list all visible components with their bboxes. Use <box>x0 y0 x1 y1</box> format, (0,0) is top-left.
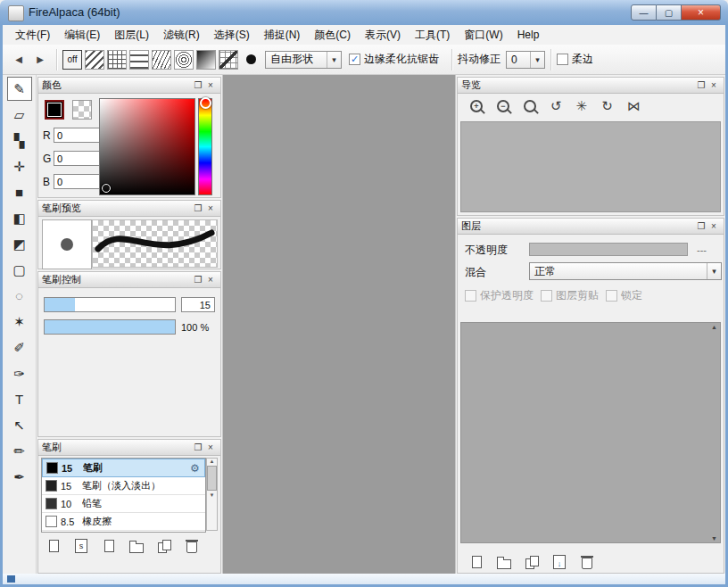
canvas-area[interactable] <box>222 75 456 574</box>
add-brush-button[interactable] <box>44 536 63 556</box>
title-bar[interactable]: FireAlpaca (64bit) — ▢ × <box>0 0 728 26</box>
menu-help[interactable]: Help <box>510 27 547 43</box>
layer-opacity-slider[interactable] <box>529 243 688 256</box>
menu-tool[interactable]: 工具(T) <box>408 26 457 45</box>
menu-filter[interactable]: 滤镜(R) <box>156 26 207 45</box>
soft-edge-checkbox[interactable] <box>557 54 568 65</box>
saturation-value-picker[interactable] <box>99 98 195 195</box>
rotate-right-button[interactable]: ↻ <box>601 98 613 114</box>
scroll-thumb[interactable] <box>207 466 217 491</box>
menu-view[interactable]: 表示(V) <box>358 26 408 45</box>
float-panel-icon[interactable]: ❐ <box>192 203 204 213</box>
close-button[interactable]: × <box>682 4 721 21</box>
gear-icon[interactable]: ⚙ <box>190 462 204 475</box>
brush-list-item[interactable]: 40 水彩 <box>42 531 205 533</box>
delete-layer-button[interactable] <box>577 552 597 572</box>
add-layer-folder-button[interactable] <box>494 552 514 572</box>
menu-layer[interactable]: 图层(L) <box>107 26 156 45</box>
hue-slider[interactable] <box>198 98 212 195</box>
brush-folder-button[interactable] <box>127 536 146 556</box>
add-script-brush-button[interactable]: s <box>71 536 91 556</box>
snap-cross-button[interactable] <box>107 50 127 70</box>
tool-eyedropper[interactable]: ✒ <box>7 465 32 489</box>
tool-lasso[interactable]: ◌ <box>7 284 32 308</box>
scroll-up-icon[interactable]: ▲ <box>210 459 215 464</box>
tool-fill-rect[interactable]: ■ <box>7 180 32 204</box>
brush-list-scrollbar[interactable]: ▲ ▼ <box>206 458 218 531</box>
tool-dot[interactable]: ▚ <box>7 128 32 153</box>
layer-list-scrollbar[interactable]: ▲ ▼ <box>708 323 720 542</box>
foreground-color-swatch[interactable] <box>45 100 64 120</box>
snap-horizontal-button[interactable] <box>129 50 149 70</box>
menu-window[interactable]: 窗口(W) <box>457 26 509 45</box>
duplicate-layer-button[interactable] <box>522 552 542 572</box>
float-panel-icon[interactable]: ❐ <box>695 80 707 90</box>
protect-alpha-checkbox[interactable] <box>465 290 476 302</box>
flip-horizontal-button[interactable]: ⋈ <box>627 98 641 114</box>
brush-shape-select[interactable]: 自由形状 ▾ <box>265 51 342 69</box>
brush-opacity-slider[interactable] <box>44 319 176 335</box>
close-panel-icon[interactable]: × <box>204 275 217 285</box>
add-bitmap-brush-button[interactable] <box>99 536 119 556</box>
zoom-in-button[interactable]: + <box>470 100 483 112</box>
close-panel-icon[interactable]: × <box>204 80 217 90</box>
minimize-button[interactable]: — <box>631 4 657 21</box>
scroll-down-icon[interactable]: ▼ <box>210 492 215 498</box>
rotate-left-button[interactable]: ↺ <box>550 98 562 114</box>
float-panel-icon[interactable]: ❐ <box>192 275 204 285</box>
merge-down-button[interactable]: ↓ <box>550 552 569 572</box>
float-panel-icon[interactable]: ❐ <box>192 80 204 90</box>
maximize-button[interactable]: ▢ <box>657 4 682 21</box>
zoom-out-button[interactable]: − <box>497 100 509 112</box>
lock-checkbox[interactable] <box>606 290 617 302</box>
float-panel-icon[interactable]: ❐ <box>192 442 204 452</box>
duplicate-brush-button[interactable] <box>154 536 174 556</box>
brush-size-slider[interactable] <box>44 297 176 312</box>
tool-curve-pen[interactable]: ✑ <box>7 361 32 385</box>
tool-select-rect[interactable]: ▢ <box>7 258 32 282</box>
reset-rotation-button[interactable]: ✳ <box>576 98 588 114</box>
next-canvas-button[interactable]: ▶ <box>31 51 49 69</box>
add-layer-button[interactable] <box>467 552 486 572</box>
tool-bucket[interactable]: ◧ <box>7 206 32 230</box>
stabilizer-select[interactable]: 0 ▾ <box>506 51 545 69</box>
menu-edit[interactable]: 编辑(E) <box>57 26 107 45</box>
clipping-checkbox[interactable] <box>541 290 552 302</box>
tool-select-cursor[interactable]: ↖ <box>7 413 32 437</box>
snap-perspective-button[interactable] <box>196 50 216 70</box>
close-panel-icon[interactable]: × <box>707 80 720 90</box>
blend-mode-select[interactable]: 正常 ▾ <box>529 262 722 280</box>
menu-file[interactable]: 文件(F) <box>8 26 57 45</box>
tool-shape-pen[interactable]: ✐ <box>7 335 32 360</box>
scroll-up-icon[interactable]: ▲ <box>711 324 717 330</box>
close-panel-icon[interactable]: × <box>707 221 720 231</box>
brush-list-item[interactable]: 10 铅笔 <box>42 495 205 513</box>
layer-list[interactable]: ▲ ▼ <box>460 322 721 543</box>
tool-eraser[interactable]: ▱ <box>7 103 32 127</box>
menu-snap[interactable]: 捕捉(N) <box>257 26 308 45</box>
antialias-checkbox[interactable]: ✓ <box>349 54 360 65</box>
snap-off-button[interactable]: off <box>62 50 82 70</box>
close-panel-icon[interactable]: × <box>204 442 217 452</box>
snap-parallel-button[interactable] <box>85 50 104 70</box>
scroll-down-icon[interactable]: ▼ <box>711 535 717 542</box>
transparent-color-swatch[interactable] <box>72 100 92 120</box>
delete-brush-button[interactable] <box>182 536 202 556</box>
snap-vanishing-button[interactable] <box>152 50 171 70</box>
zoom-reset-button[interactable] <box>524 100 536 112</box>
hue-marker[interactable] <box>200 97 211 109</box>
tool-gradient[interactable]: ◩ <box>7 232 32 256</box>
snap-curve-button[interactable] <box>219 50 238 70</box>
tool-text[interactable]: T <box>7 387 32 411</box>
brush-list-item[interactable]: 8.5 橡皮擦 <box>42 513 205 531</box>
navigator-preview[interactable] <box>460 121 721 212</box>
prev-canvas-button[interactable]: ◀ <box>10 51 28 69</box>
menu-select[interactable]: 选择(S) <box>207 26 257 45</box>
tool-move[interactable]: ✛ <box>7 154 32 178</box>
b-input[interactable] <box>54 174 100 189</box>
tool-pen[interactable]: ✎ <box>7 77 32 101</box>
close-panel-icon[interactable]: × <box>204 203 217 213</box>
brush-list-item[interactable]: 15 笔刷 ⚙ <box>42 459 205 477</box>
snap-concentric-button[interactable] <box>174 50 194 70</box>
brush-size-value[interactable]: 15 <box>181 297 215 312</box>
